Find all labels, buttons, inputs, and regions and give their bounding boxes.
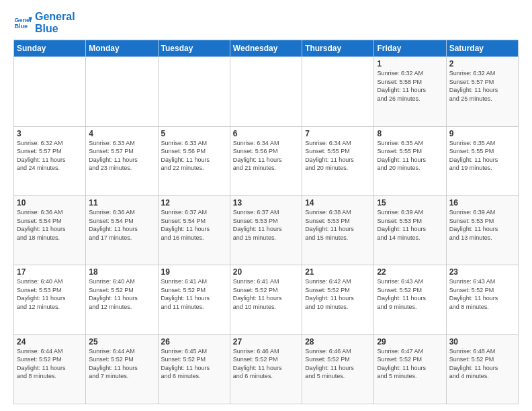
day-info: Sunrise: 6:46 AM Sunset: 5:52 PM Dayligh… — [233, 347, 299, 381]
weekday-header: Saturday — [446, 40, 518, 57]
calendar-day: 21Sunrise: 6:42 AM Sunset: 5:52 PM Dayli… — [302, 265, 374, 334]
day-number: 4 — [89, 129, 154, 138]
calendar-day: 25Sunrise: 6:44 AM Sunset: 5:52 PM Dayli… — [86, 334, 158, 404]
calendar-day: 27Sunrise: 6:46 AM Sunset: 5:52 PM Dayli… — [230, 334, 302, 404]
calendar-week: 3Sunrise: 6:32 AM Sunset: 5:57 PM Daylig… — [14, 126, 519, 195]
day-number: 14 — [305, 198, 371, 208]
day-number: 12 — [161, 198, 227, 208]
day-info: Sunrise: 6:41 AM Sunset: 5:52 PM Dayligh… — [233, 277, 299, 311]
calendar-day: 24Sunrise: 6:44 AM Sunset: 5:52 PM Dayli… — [14, 334, 86, 404]
day-info: Sunrise: 6:36 AM Sunset: 5:54 PM Dayligh… — [89, 208, 154, 242]
calendar-day — [86, 57, 158, 126]
day-number: 13 — [233, 198, 299, 208]
weekday-header: Sunday — [14, 40, 86, 57]
day-info: Sunrise: 6:42 AM Sunset: 5:52 PM Dayligh… — [305, 277, 371, 311]
day-number: 24 — [17, 337, 83, 347]
day-number: 29 — [377, 337, 443, 347]
day-info: Sunrise: 6:35 AM Sunset: 5:55 PM Dayligh… — [377, 139, 443, 173]
day-info: Sunrise: 6:33 AM Sunset: 5:56 PM Dayligh… — [161, 139, 227, 173]
day-info: Sunrise: 6:39 AM Sunset: 5:53 PM Dayligh… — [377, 208, 443, 242]
day-number: 30 — [449, 337, 515, 347]
day-number: 18 — [89, 267, 154, 277]
calendar-day: 12Sunrise: 6:37 AM Sunset: 5:54 PM Dayli… — [158, 195, 230, 265]
day-number: 11 — [89, 198, 154, 208]
day-number: 7 — [305, 129, 371, 138]
calendar-day: 2Sunrise: 6:32 AM Sunset: 5:57 PM Daylig… — [446, 57, 518, 126]
weekday-row: SundayMondayTuesdayWednesdayThursdayFrid… — [14, 40, 519, 57]
day-number: 15 — [377, 198, 443, 208]
calendar-day: 10Sunrise: 6:36 AM Sunset: 5:54 PM Dayli… — [14, 195, 86, 265]
day-info: Sunrise: 6:32 AM Sunset: 5:57 PM Dayligh… — [449, 69, 515, 103]
calendar-day: 30Sunrise: 6:48 AM Sunset: 5:52 PM Dayli… — [446, 334, 518, 404]
day-info: Sunrise: 6:34 AM Sunset: 5:56 PM Dayligh… — [233, 139, 299, 173]
day-info: Sunrise: 6:46 AM Sunset: 5:52 PM Dayligh… — [305, 347, 371, 381]
calendar: SundayMondayTuesdayWednesdayThursdayFrid… — [13, 40, 519, 404]
weekday-header: Monday — [86, 40, 158, 57]
day-info: Sunrise: 6:48 AM Sunset: 5:52 PM Dayligh… — [449, 347, 515, 381]
calendar-day: 22Sunrise: 6:43 AM Sunset: 5:52 PM Dayli… — [374, 265, 446, 334]
calendar-day: 8Sunrise: 6:35 AM Sunset: 5:55 PM Daylig… — [374, 126, 446, 195]
calendar-day: 17Sunrise: 6:40 AM Sunset: 5:53 PM Dayli… — [14, 265, 86, 334]
day-info: Sunrise: 6:39 AM Sunset: 5:53 PM Dayligh… — [449, 208, 515, 242]
weekday-header: Tuesday — [158, 40, 230, 57]
day-number: 9 — [449, 129, 515, 138]
day-number: 25 — [89, 337, 154, 347]
calendar-day — [302, 57, 374, 126]
calendar-body: 1Sunrise: 6:32 AM Sunset: 5:58 PM Daylig… — [14, 57, 519, 404]
day-info: Sunrise: 6:38 AM Sunset: 5:53 PM Dayligh… — [305, 208, 371, 242]
calendar-day: 29Sunrise: 6:47 AM Sunset: 5:52 PM Dayli… — [374, 334, 446, 404]
weekday-header: Wednesday — [230, 40, 302, 57]
day-number: 22 — [377, 267, 443, 277]
day-number: 28 — [305, 337, 371, 347]
day-number: 19 — [161, 267, 227, 277]
calendar-day: 7Sunrise: 6:34 AM Sunset: 5:55 PM Daylig… — [302, 126, 374, 195]
day-number: 1 — [377, 59, 443, 68]
logo-icon: General Blue — [13, 13, 32, 32]
day-info: Sunrise: 6:43 AM Sunset: 5:52 PM Dayligh… — [377, 277, 443, 311]
day-number: 21 — [305, 267, 371, 277]
day-info: Sunrise: 6:40 AM Sunset: 5:52 PM Dayligh… — [89, 277, 154, 311]
day-number: 6 — [233, 129, 299, 138]
day-number: 5 — [161, 129, 227, 138]
day-info: Sunrise: 6:32 AM Sunset: 5:57 PM Dayligh… — [17, 139, 83, 173]
day-info: Sunrise: 6:44 AM Sunset: 5:52 PM Dayligh… — [17, 347, 83, 381]
calendar-day — [14, 57, 86, 126]
day-info: Sunrise: 6:45 AM Sunset: 5:52 PM Dayligh… — [161, 347, 227, 381]
day-info: Sunrise: 6:41 AM Sunset: 5:52 PM Dayligh… — [161, 277, 227, 311]
day-info: Sunrise: 6:37 AM Sunset: 5:54 PM Dayligh… — [161, 208, 227, 242]
calendar-day: 13Sunrise: 6:37 AM Sunset: 5:53 PM Dayli… — [230, 195, 302, 265]
calendar-day: 19Sunrise: 6:41 AM Sunset: 5:52 PM Dayli… — [158, 265, 230, 334]
day-number: 16 — [449, 198, 515, 208]
weekday-header: Friday — [374, 40, 446, 57]
day-number: 8 — [377, 129, 443, 138]
logo: General Blue General Blue — [13, 11, 75, 34]
calendar-header: SundayMondayTuesdayWednesdayThursdayFrid… — [14, 40, 519, 57]
logo-text: General Blue — [35, 11, 75, 34]
day-number: 26 — [161, 337, 227, 347]
calendar-day: 9Sunrise: 6:35 AM Sunset: 5:55 PM Daylig… — [446, 126, 518, 195]
day-info: Sunrise: 6:33 AM Sunset: 5:57 PM Dayligh… — [89, 139, 154, 173]
calendar-day: 23Sunrise: 6:43 AM Sunset: 5:52 PM Dayli… — [446, 265, 518, 334]
day-info: Sunrise: 6:40 AM Sunset: 5:53 PM Dayligh… — [17, 277, 83, 311]
weekday-header: Thursday — [302, 40, 374, 57]
calendar-day: 11Sunrise: 6:36 AM Sunset: 5:54 PM Dayli… — [86, 195, 158, 265]
calendar-day — [230, 57, 302, 126]
day-number: 23 — [449, 267, 515, 277]
day-number: 10 — [17, 198, 83, 208]
day-info: Sunrise: 6:32 AM Sunset: 5:58 PM Dayligh… — [377, 69, 443, 103]
header: General Blue General Blue — [13, 11, 519, 34]
day-info: Sunrise: 6:37 AM Sunset: 5:53 PM Dayligh… — [233, 208, 299, 242]
calendar-week: 10Sunrise: 6:36 AM Sunset: 5:54 PM Dayli… — [14, 195, 519, 265]
calendar-day: 1Sunrise: 6:32 AM Sunset: 5:58 PM Daylig… — [374, 57, 446, 126]
day-info: Sunrise: 6:34 AM Sunset: 5:55 PM Dayligh… — [305, 139, 371, 173]
day-info: Sunrise: 6:44 AM Sunset: 5:52 PM Dayligh… — [89, 347, 154, 381]
calendar-week: 17Sunrise: 6:40 AM Sunset: 5:53 PM Dayli… — [14, 265, 519, 334]
calendar-day: 14Sunrise: 6:38 AM Sunset: 5:53 PM Dayli… — [302, 195, 374, 265]
calendar-day: 26Sunrise: 6:45 AM Sunset: 5:52 PM Dayli… — [158, 334, 230, 404]
calendar-week: 1Sunrise: 6:32 AM Sunset: 5:58 PM Daylig… — [14, 57, 519, 126]
calendar-day: 15Sunrise: 6:39 AM Sunset: 5:53 PM Dayli… — [374, 195, 446, 265]
day-number: 2 — [449, 59, 515, 68]
day-info: Sunrise: 6:43 AM Sunset: 5:52 PM Dayligh… — [449, 277, 515, 311]
calendar-day: 3Sunrise: 6:32 AM Sunset: 5:57 PM Daylig… — [14, 126, 86, 195]
calendar-day: 6Sunrise: 6:34 AM Sunset: 5:56 PM Daylig… — [230, 126, 302, 195]
